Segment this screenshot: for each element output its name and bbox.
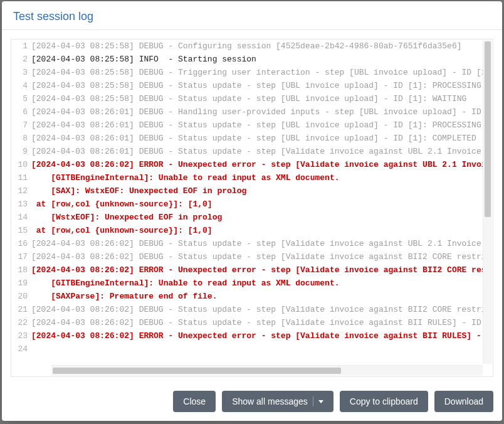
- log-modal: Test session log 12345678910111213141516…: [2, 1, 502, 421]
- show-all-messages-label: Show all messages: [232, 396, 308, 406]
- line-number: 22: [11, 316, 28, 329]
- line-number: 9: [11, 145, 28, 158]
- line-number: 20: [11, 290, 28, 303]
- line-number: 10: [11, 158, 28, 171]
- modal-body: 123456789101112131415161718192021222324 …: [2, 30, 502, 383]
- modal-footer: Close Show all messages Copy to clipboar…: [2, 383, 502, 421]
- log-line: at [row,col {unknown-source}]: [1,0]: [31, 198, 493, 211]
- log-line: [31, 342, 493, 356]
- line-number: 17: [11, 250, 28, 263]
- log-line: [2024-04-03 08:26:02] DEBUG - Status upd…: [31, 237, 493, 250]
- log-line: [SAX]: WstxEOF: Unexpected EOF in prolog: [31, 184, 493, 198]
- line-number: 16: [11, 237, 28, 250]
- log-line: [WstxEOF]: Unexpected EOF in prolog: [31, 211, 493, 224]
- line-number: 3: [11, 66, 28, 79]
- log-line: at [row,col {unknown-source}]: [1,0]: [31, 224, 493, 237]
- log-line: [2024-04-03 08:26:02] ERROR - Unexpected…: [31, 329, 493, 342]
- download-label: Download: [444, 396, 483, 406]
- line-number: 15: [11, 224, 28, 237]
- line-number: 4: [11, 79, 28, 92]
- line-number: 1: [11, 40, 28, 53]
- line-number: 2: [11, 53, 28, 66]
- modal-header: Test session log: [2, 1, 502, 30]
- vertical-scroll-thumb[interactable]: [485, 41, 491, 217]
- log-line: [2024-04-03 08:26:01] DEBUG - Status upd…: [31, 145, 493, 158]
- log-line: [GITBEngineInternal]: Unable to read inp…: [31, 171, 493, 184]
- copy-to-clipboard-button[interactable]: Copy to clipboard: [340, 391, 428, 412]
- log-line: [2024-04-03 08:26:02] DEBUG - Status upd…: [31, 303, 493, 316]
- log-line: [2024-04-03 08:25:58] DEBUG - Status upd…: [31, 79, 493, 92]
- line-number: 19: [11, 277, 28, 290]
- log-line: [2024-04-03 08:25:58] DEBUG - Triggering…: [31, 66, 493, 79]
- line-number: 14: [11, 211, 28, 224]
- log-line: [2024-04-03 08:25:58] DEBUG - Configurin…: [31, 40, 493, 53]
- line-number: 8: [11, 132, 28, 145]
- close-button-label: Close: [183, 396, 206, 406]
- chevron-down-icon: [318, 400, 323, 403]
- log-line: [GITBEngineInternal]: Unable to read inp…: [31, 277, 493, 290]
- line-number: 18: [11, 263, 28, 277]
- log-line: [2024-04-03 08:26:02] DEBUG - Status upd…: [31, 316, 493, 329]
- vertical-scrollbar[interactable]: [483, 40, 492, 364]
- log-line: [2024-04-03 08:25:58] INFO - Starting se…: [31, 53, 493, 66]
- line-number: 12: [11, 184, 28, 198]
- log-line: [2024-04-03 08:26:02] ERROR - Unexpected…: [31, 263, 493, 277]
- log-line: [2024-04-03 08:26:02] ERROR - Unexpected…: [31, 158, 493, 171]
- log-line: [SAXParse]: Premature end of file.: [31, 290, 493, 303]
- line-number: 13: [11, 198, 28, 211]
- log-line: [2024-04-03 08:26:01] DEBUG - Handling u…: [31, 105, 493, 119]
- line-number: 21: [11, 303, 28, 316]
- button-divider: [313, 396, 313, 406]
- close-button[interactable]: Close: [173, 391, 216, 412]
- log-line: [2024-04-03 08:26:01] DEBUG - Status upd…: [31, 132, 493, 145]
- horizontal-scrollbar[interactable]: [51, 365, 483, 376]
- line-number: 7: [11, 119, 28, 132]
- copy-to-clipboard-label: Copy to clipboard: [350, 396, 418, 406]
- log-line: [2024-04-03 08:25:58] DEBUG - Status upd…: [31, 92, 493, 105]
- log-line: [2024-04-03 08:26:02] DEBUG - Status upd…: [31, 250, 493, 263]
- line-number: 24: [11, 342, 28, 356]
- line-number: 23: [11, 329, 28, 342]
- horizontal-scroll-thumb[interactable]: [53, 368, 341, 374]
- modal-title: Test session log: [13, 10, 491, 23]
- line-number: 11: [11, 171, 28, 184]
- line-number: 6: [11, 105, 28, 119]
- line-number-gutter: 123456789101112131415161718192021222324: [11, 40, 31, 376]
- log-viewer[interactable]: 123456789101112131415161718192021222324 …: [11, 39, 493, 377]
- log-line: [2024-04-03 08:26:01] DEBUG - Status upd…: [31, 119, 493, 132]
- log-code-area[interactable]: [2024-04-03 08:25:58] DEBUG - Configurin…: [31, 40, 493, 376]
- download-button[interactable]: Download: [434, 391, 493, 412]
- line-number: 5: [11, 92, 28, 105]
- show-all-messages-button[interactable]: Show all messages: [222, 391, 333, 412]
